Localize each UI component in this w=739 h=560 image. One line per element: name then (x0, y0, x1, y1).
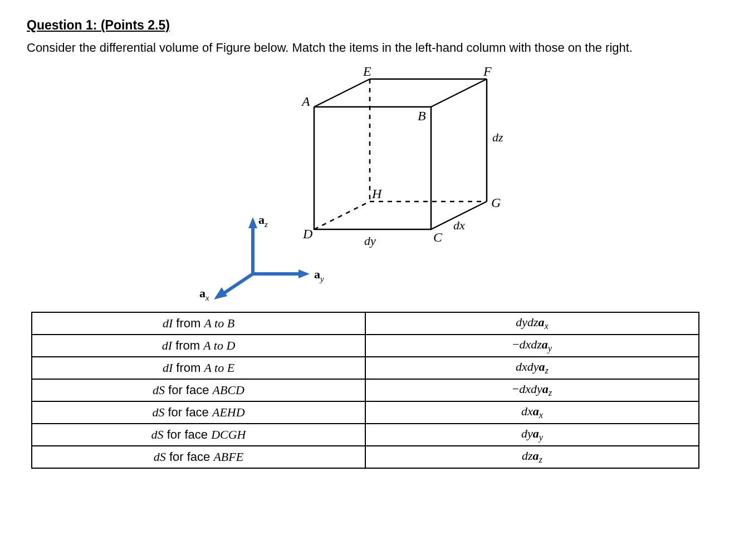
table-row: dI from A to D −dxdzay (32, 335, 699, 357)
axis-label-ax: ax (199, 286, 209, 302)
vertex-labels: A B C D E F G H (301, 64, 501, 244)
axis-label-ay: ay (314, 267, 324, 283)
table-row: dS for face AEHD dxax (32, 401, 699, 424)
svg-line-9 (431, 79, 487, 107)
question-title: Question 1: (Points 2.5) (27, 18, 712, 33)
right-cell: −dxdzay (365, 335, 699, 357)
edge-dy: dy (364, 234, 376, 248)
vertex-G: G (491, 195, 501, 210)
left-cell: dS for face ABFE (32, 446, 365, 468)
left-cell: dI from A to B (32, 312, 365, 335)
svg-line-8 (314, 79, 370, 107)
edge-dz: dz (492, 130, 503, 144)
right-cell: dydzax (365, 312, 699, 335)
left-cell: dS for face AEHD (32, 401, 365, 424)
table-row: dS for face ABFE dzaz (32, 446, 699, 468)
svg-marker-3 (298, 269, 310, 278)
svg-marker-5 (214, 287, 227, 299)
figure-container: az ay ax A B (27, 62, 712, 307)
vertex-C: C (433, 230, 443, 244)
cube-icon (314, 79, 487, 229)
match-table: dI from A to B dydzax dI from A to D −dx… (31, 312, 699, 469)
right-cell: dzaz (365, 446, 699, 468)
vertex-E: E (363, 64, 371, 78)
table-row: dI from A to B dydzax (32, 312, 699, 335)
right-cell: dyay (365, 424, 699, 446)
right-cell: dxax (365, 401, 699, 424)
vertex-A: A (301, 94, 310, 109)
axis-label-az: az (258, 213, 268, 229)
table-row: dS for face ABCD −dxdyaz (32, 379, 699, 401)
differential-volume-figure: az ay ax A B (197, 62, 542, 307)
edge-dx: dx (453, 218, 465, 232)
left-cell: dS for face DCGH (32, 424, 365, 446)
vertex-H: H (371, 186, 383, 201)
svg-line-13 (314, 202, 370, 229)
right-cell: −dxdyaz (365, 379, 699, 401)
svg-marker-1 (248, 217, 257, 228)
left-cell: dI from A to D (32, 335, 365, 357)
vertex-D: D (302, 227, 312, 241)
vertex-B: B (418, 109, 426, 123)
table-row: dI from A to E dxdyaz (32, 357, 699, 379)
question-body: Consider the differential volume of Figu… (27, 40, 712, 57)
vertex-F: F (483, 64, 492, 78)
page: Question 1: (Points 2.5) Consider the di… (0, 0, 739, 495)
right-cell: dxdyaz (365, 357, 699, 379)
axes-icon (214, 217, 310, 299)
left-cell: dI from A to E (32, 357, 365, 379)
table-row: dS for face DCGH dyay (32, 424, 699, 446)
left-cell: dS for face ABCD (32, 379, 365, 401)
